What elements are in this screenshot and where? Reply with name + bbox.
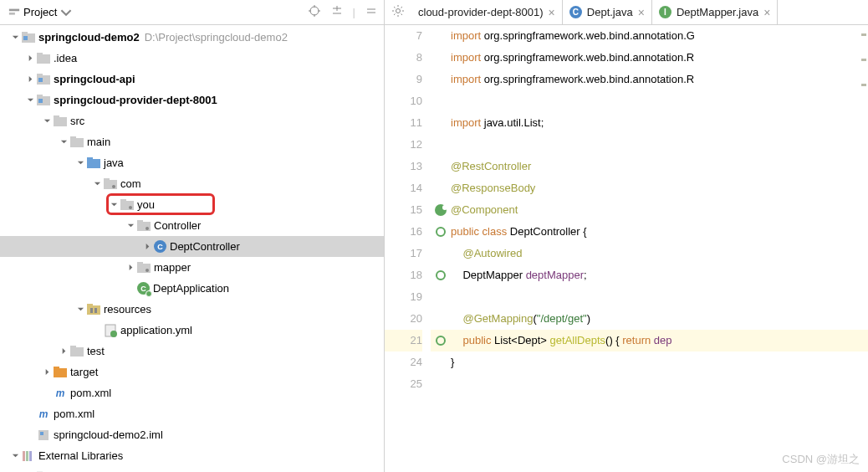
folder-icon: [70, 136, 84, 149]
node-label: main: [87, 136, 110, 148]
minimap[interactable]: [858, 25, 868, 472]
tree-java[interactable]: java: [0, 152, 384, 173]
node-label: resources: [104, 303, 151, 316]
tree-idea[interactable]: .idea: [0, 48, 384, 69]
collapse-icon[interactable]: [364, 3, 379, 21]
svg-point-32: [112, 185, 115, 188]
tree-src[interactable]: src: [0, 110, 384, 131]
tree-appyml[interactable]: application.yml: [0, 320, 384, 341]
chevron-down-icon[interactable]: [25, 95, 35, 105]
svg-rect-43: [87, 304, 93, 307]
tab-provider[interactable]: cloud-provider-dept-8001) ×: [411, 0, 563, 24]
tree-api[interactable]: springcloud-api: [0, 69, 384, 90]
project-label: Project: [23, 6, 57, 18]
chevron-down-icon[interactable]: [92, 179, 102, 189]
svg-rect-17: [37, 53, 43, 56]
watermark: CSDN @游坦之: [782, 452, 860, 467]
chevron-right-icon[interactable]: [42, 367, 52, 377]
tree-mapper[interactable]: mapper: [0, 257, 384, 278]
svg-rect-40: [137, 262, 143, 265]
project-tree[interactable]: springcloud-demo2 D:\Project\springcloud…: [0, 25, 385, 472]
tree-deptapp[interactable]: C DeptApplication: [0, 278, 384, 299]
tree-resources[interactable]: resources: [0, 299, 384, 320]
tree-pom1[interactable]: m pom.xml: [0, 382, 384, 403]
chevron-down-icon[interactable]: [42, 116, 52, 126]
locate-icon[interactable]: [306, 3, 323, 22]
module-icon: [22, 31, 35, 44]
tree-target[interactable]: target: [0, 362, 384, 382]
tree-deptcontroller[interactable]: C DeptController: [0, 236, 384, 257]
node-label: src: [70, 115, 84, 127]
svg-rect-14: [22, 32, 28, 35]
chevron-right-icon[interactable]: [25, 54, 35, 64]
package-icon: [120, 198, 134, 212]
target-folder-icon: [54, 366, 67, 379]
code-editor[interactable]: 789 101112 131415 161718 192021 2425 imp…: [385, 25, 868, 472]
line-gutter: 789 101112 131415 161718 192021 2425: [385, 25, 431, 472]
tree-provider[interactable]: springcloud-provider-dept-8001: [0, 90, 384, 110]
node-label: application.yml: [120, 324, 192, 336]
code-area[interactable]: import org.springframework.web.bind.anno…: [451, 25, 868, 472]
svg-rect-23: [38, 99, 43, 103]
node-label: java: [104, 156, 124, 169]
chevron-down-icon[interactable]: [59, 137, 69, 147]
tree-controller[interactable]: Controller: [0, 215, 384, 236]
chevron-down-icon[interactable]: [109, 200, 119, 210]
chevron-down-icon[interactable]: [10, 451, 20, 461]
node-label: pom.xml: [54, 408, 94, 420]
package-icon: [104, 177, 117, 191]
yaml-icon: [104, 324, 117, 337]
chevron-right-icon[interactable]: [125, 263, 135, 273]
tree-com[interactable]: com: [0, 173, 384, 194]
chevron-right-icon[interactable]: [142, 242, 152, 252]
node-label: DeptApplication: [153, 282, 229, 295]
svg-point-38: [146, 227, 149, 230]
node-label: you: [137, 198, 155, 211]
svg-point-2: [310, 7, 319, 15]
svg-rect-49: [70, 346, 76, 349]
svg-point-12: [396, 9, 401, 13]
close-icon[interactable]: ×: [763, 6, 770, 19]
chevron-down-icon[interactable]: [75, 158, 85, 168]
source-folder-icon: [87, 156, 100, 170]
svg-rect-51: [54, 367, 59, 370]
tree-extlib[interactable]: External Libraries: [0, 445, 384, 466]
chevron-down-icon[interactable]: [75, 305, 85, 315]
chevron-down-icon[interactable]: [125, 221, 135, 231]
tab-deptmapper-java[interactable]: I DeptMapper.java ×: [652, 0, 778, 24]
tab-dept-java[interactable]: C Dept.java ×: [563, 0, 652, 24]
project-dropdown[interactable]: Project: [3, 4, 77, 20]
tree-jdk[interactable]: < 1.8 > C:\Users\86158\java\jdk1.8.0_271: [0, 466, 384, 472]
package-icon: [137, 261, 151, 274]
close-icon[interactable]: ×: [638, 6, 645, 19]
close-icon[interactable]: ×: [549, 6, 555, 19]
node-label: springcloud-demo2.iml: [54, 428, 163, 441]
svg-point-35: [129, 206, 132, 209]
tree-test[interactable]: test: [0, 341, 384, 362]
tree-pom2[interactable]: m pom.xml: [0, 403, 384, 424]
svg-rect-37: [137, 220, 143, 223]
svg-rect-25: [54, 115, 59, 119]
tree-you[interactable]: you: [0, 194, 384, 215]
svg-rect-22: [37, 95, 43, 98]
node-label: mapper: [154, 261, 191, 274]
tree-iml[interactable]: springcloud-demo2.iml: [0, 424, 384, 445]
module-icon: [37, 73, 50, 86]
iml-icon: [37, 428, 50, 442]
svg-rect-20: [38, 78, 43, 82]
tree-root[interactable]: springcloud-demo2 D:\Project\springcloud…: [0, 27, 384, 48]
gear-icon[interactable]: [385, 4, 411, 20]
node-path: D:\Project\springcloud-demo2: [145, 31, 288, 44]
expand-icon[interactable]: [329, 3, 345, 21]
divider: |: [351, 4, 357, 20]
node-label: Controller: [154, 219, 201, 232]
chevron-right-icon[interactable]: [59, 346, 69, 357]
svg-point-41: [146, 269, 149, 272]
tree-main[interactable]: main: [0, 131, 384, 152]
chevron-down-icon[interactable]: [10, 33, 20, 43]
chevron-down-icon: [60, 7, 72, 18]
libraries-icon: [22, 449, 35, 463]
chevron-right-icon[interactable]: [25, 74, 35, 85]
svg-rect-19: [37, 74, 43, 77]
svg-rect-0: [9, 8, 19, 11]
